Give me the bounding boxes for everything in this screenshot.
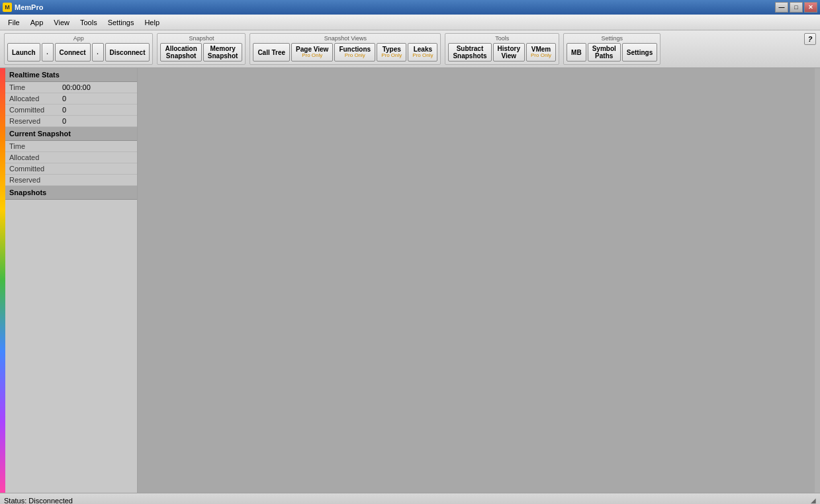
settings-buttons: MB Symbol Paths Settings [567,43,657,62]
realtime-reserved-row: Reserved 0 [5,116,137,127]
snapshot-views-buttons: Call Tree Page View Pro Only Functions P… [253,43,437,62]
resize-icon[interactable]: ◢ [811,497,816,504]
current-allocated-label: Allocated [9,153,62,161]
current-reserved-label: Reserved [9,176,62,184]
current-allocated-row: Allocated [5,152,137,163]
window-controls: — □ ✕ [775,2,817,13]
app-icon: M [3,3,12,12]
snapshot-views-group-label: Snapshot Views [324,35,367,42]
content-area [138,68,815,493]
snapshots-header: Snapshots [5,186,137,200]
right-scrollbar[interactable] [815,68,820,493]
toolbar: App Launch . Connect . Disconnect Snapsh… [0,30,820,68]
menu-help[interactable]: Help [139,17,165,28]
toolbar-tools-group: Tools Subtract Snapshots History View VM… [445,33,559,65]
current-reserved-row: Reserved [5,175,137,186]
vmem-button[interactable]: VMem Pro Only [526,43,556,62]
toolbar-app-group: App Launch . Connect . Disconnect [4,33,153,65]
realtime-reserved-label: Reserved [9,117,62,125]
left-edge-decoration [0,68,5,493]
toolbar-snapshot-group: Snapshot Allocation Snapshot Memory Snap… [157,33,246,65]
tools-group-label: Tools [495,35,509,42]
main-area: Realtime Stats Time 00:00:00 Allocated 0… [0,68,820,493]
title-bar: M MemPro — □ ✕ [0,0,820,15]
menu-bar: File App View Tools Settings Help [0,15,820,30]
realtime-committed-label: Committed [9,106,62,114]
sidebar: Realtime Stats Time 00:00:00 Allocated 0… [5,68,138,493]
close-button[interactable]: ✕ [804,2,817,13]
settings-group-label: Settings [601,35,623,42]
current-committed-label: Committed [9,165,62,173]
launch-dropdown[interactable]: . [42,43,54,62]
leaks-button[interactable]: Leaks Pro Only [408,43,437,62]
realtime-stats-header: Realtime Stats [5,68,137,82]
current-time-label: Time [9,142,62,150]
app-group-label: App [73,35,84,42]
realtime-committed-row: Committed 0 [5,105,137,116]
snapshot-buttons: Allocation Snapshot Memory Snapshot [160,43,242,62]
realtime-reserved-value: 0 [62,117,66,125]
help-button[interactable]: ? [804,33,816,45]
history-view-button[interactable]: History View [493,43,525,62]
status-bar: Status: Disconnected ◢ [0,493,820,504]
types-button[interactable]: Types Pro Only [377,43,406,62]
title-bar-left: M MemPro [3,3,43,12]
minimize-button[interactable]: — [775,2,788,13]
settings-button[interactable]: Settings [622,43,657,62]
allocation-snapshot-button[interactable]: Allocation Snapshot [160,43,201,62]
status-text: Status: Disconnected [4,497,73,505]
menu-settings[interactable]: Settings [103,17,140,28]
toolbar-snapshot-views-group: Snapshot Views Call Tree Page View Pro O… [250,33,441,65]
current-committed-row: Committed [5,163,137,175]
page-view-button[interactable]: Page View Pro Only [291,43,333,62]
connect-button[interactable]: Connect [55,43,91,62]
subtract-snapshots-button[interactable]: Subtract Snapshots [448,43,491,62]
maximize-button[interactable]: □ [790,2,803,13]
menu-tools[interactable]: Tools [75,17,103,28]
launch-button[interactable]: Launch [7,43,40,62]
menu-view[interactable]: View [48,17,75,28]
memory-snapshot-button[interactable]: Memory Snapshot [203,43,243,62]
menu-app[interactable]: App [25,17,49,28]
tools-buttons: Subtract Snapshots History View VMem Pro… [448,43,556,62]
realtime-allocated-label: Allocated [9,95,62,103]
current-time-row: Time [5,141,137,152]
app-title: MemPro [15,3,43,11]
realtime-allocated-value: 0 [62,95,66,103]
disconnect-button[interactable]: Disconnect [105,43,150,62]
realtime-committed-value: 0 [62,106,66,114]
functions-button[interactable]: Functions Pro Only [334,43,375,62]
realtime-time-row: Time 00:00:00 [5,82,137,93]
realtime-allocated-row: Allocated 0 [5,93,137,105]
symbol-paths-button[interactable]: Symbol Paths [588,43,621,62]
call-tree-button[interactable]: Call Tree [253,43,290,62]
app-buttons: Launch . Connect . Disconnect [7,43,150,62]
realtime-time-value: 00:00:00 [62,83,91,91]
mb-button[interactable]: MB [567,43,586,62]
snapshot-group-label: Snapshot [189,35,214,42]
connect-dropdown[interactable]: . [92,43,104,62]
toolbar-settings-group: Settings MB Symbol Paths Settings [563,33,661,65]
menu-file[interactable]: File [3,17,25,28]
realtime-time-label: Time [9,83,62,91]
current-snapshot-header: Current Snapshot [5,127,137,141]
